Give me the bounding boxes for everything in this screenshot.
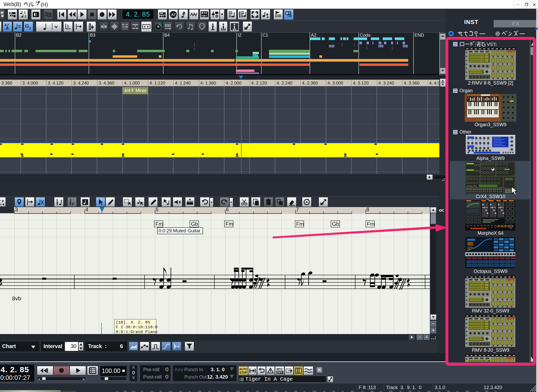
svg-text:RM: RM — [507, 278, 512, 282]
svg-text:Gb: Gb — [332, 221, 339, 227]
svg-text:Fm: Fm — [225, 221, 233, 227]
svg-text:7: 7 — [296, 207, 299, 212]
svg-text:5: 5 — [156, 207, 158, 212]
svg-text:(H): (H) — [41, 2, 48, 7]
svg-text:Fm: Fm — [155, 221, 163, 227]
svg-text:8vb: 8vb — [12, 295, 21, 301]
svg-text:7: 7 — [29, 27, 31, 31]
svg-text:C 2-36:0:10:110:0: C 2-36:0:10:110:0 — [116, 325, 157, 330]
svg-text:1: 1 — [24, 11, 26, 14]
svg-text:3: 3 — [15, 207, 18, 212]
svg-text:Coda: Coda — [360, 33, 371, 38]
svg-text:p: p — [71, 201, 74, 205]
svg-text:4: 4 — [4, 23, 7, 27]
svg-text:I2: I2 — [238, 33, 241, 38]
svg-text:4: 4 — [85, 207, 88, 212]
svg-text:Gb: Gb — [191, 221, 198, 227]
svg-text:FOF7: FOF7 — [201, 14, 207, 17]
svg-text:8: 8 — [366, 207, 369, 212]
svg-text:6: 6 — [226, 207, 229, 212]
svg-text:B4: B4 — [164, 33, 170, 38]
svg-text:LinPlug CRX4: LinPlug CRX4 — [466, 185, 477, 187]
svg-text:A2: A2 — [311, 33, 316, 38]
svg-text:RM: RM — [507, 50, 512, 53]
svg-text:A7: A7 — [171, 13, 176, 17]
svg-text:Fm: Fm — [296, 221, 304, 227]
svg-text:0:0:1:Grand Piano: 0:0:1:Grand Piano — [116, 330, 157, 334]
svg-text:B2: B2 — [16, 33, 22, 38]
svg-text:2: 2 — [25, 15, 26, 18]
svg-text:0:0:29:Muted Guitar: 0:0:29:Muted Guitar — [158, 228, 200, 233]
svg-text:LinPlug: LinPlug — [492, 254, 498, 256]
svg-text:1: 1 — [67, 24, 69, 28]
svg-text:RM: RM — [507, 356, 512, 360]
svg-text:G: G — [25, 23, 29, 29]
svg-text:C1: C1 — [262, 33, 268, 38]
svg-text:Fm: Fm — [367, 221, 374, 227]
svg-text:VSTi: VSTi — [487, 42, 496, 47]
svg-text:B3: B3 — [90, 33, 95, 38]
svg-text:RM: RM — [507, 317, 512, 321]
svg-text:[10]. 4. 2. 85: [10]. 4. 2. 85 — [116, 320, 150, 325]
svg-text:END: END — [415, 33, 424, 38]
